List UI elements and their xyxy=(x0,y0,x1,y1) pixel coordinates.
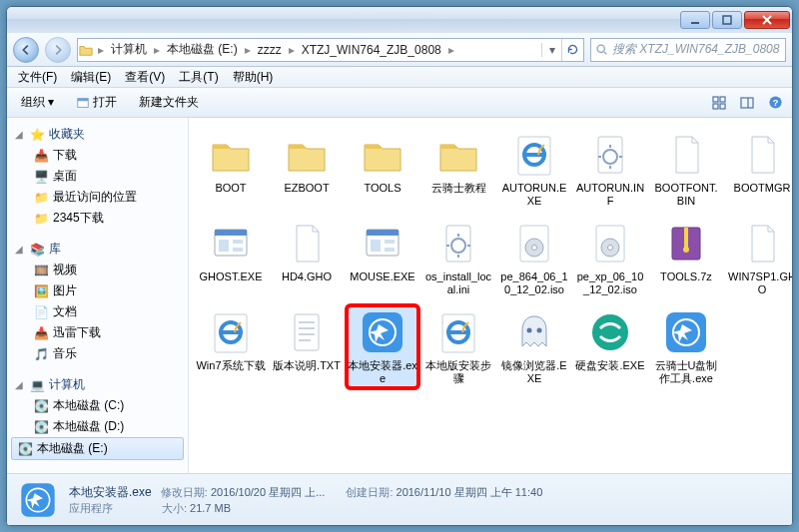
file-item[interactable]: 本地安装器.exe xyxy=(347,305,418,388)
sidebar-item-pictures[interactable]: 🖼️图片 xyxy=(11,280,184,301)
file-item[interactable]: AUTORUN.INF xyxy=(574,128,646,211)
exe-app-icon xyxy=(207,220,255,267)
minimize-button[interactable] xyxy=(680,11,710,29)
file-label: WIN7SP1.GHO xyxy=(727,270,792,296)
file-item[interactable]: BOOTMGR xyxy=(726,128,792,211)
sidebar-drive-e[interactable]: 💽本地磁盘 (E:) xyxy=(11,437,184,460)
breadcrumb[interactable]: ▸ 计算机▸ 本地磁盘 (E:)▸ zzzz▸ XTZJ_WIN764_ZJB_… xyxy=(77,38,584,62)
file-label: 硬盘安装.EXE xyxy=(575,359,644,372)
preview-pane-button[interactable] xyxy=(736,92,758,114)
file-icon xyxy=(662,131,710,179)
refresh-button[interactable] xyxy=(561,39,583,61)
file-item[interactable]: EZBOOT xyxy=(271,128,343,211)
file-item[interactable]: 云骑士教程 xyxy=(422,128,494,211)
file-label: BOOTMGR xyxy=(734,182,791,195)
crumb-folder1[interactable]: zzzz xyxy=(255,43,285,57)
txt-icon xyxy=(283,308,331,356)
sidebar[interactable]: ◢⭐收藏夹 📥下载 🖥️桌面 📁最近访问的位置 📁2345下载 ◢📚库 🎞️视频… xyxy=(7,118,189,473)
svg-rect-28 xyxy=(385,240,395,244)
star-icon: ⭐ xyxy=(29,127,45,143)
crumb-drive[interactable]: 本地磁盘 (E:) xyxy=(164,41,241,58)
svg-point-52 xyxy=(527,328,532,333)
file-label: os_install_local.ini xyxy=(423,270,493,296)
sidebar-drive-c[interactable]: 💽本地磁盘 (C:) xyxy=(11,395,184,416)
file-item[interactable]: TOOLS.7z xyxy=(650,217,722,299)
ini-icon xyxy=(586,131,634,179)
file-item[interactable]: Win7系统下载 xyxy=(195,305,267,388)
open-button[interactable]: 打开 xyxy=(68,91,125,114)
file-item[interactable]: MOUSE.EXE xyxy=(347,217,418,299)
view-mode-button[interactable] xyxy=(708,92,730,114)
file-label: 云骑士教程 xyxy=(431,182,486,195)
file-item[interactable]: 硬盘安装.EXE xyxy=(574,305,646,388)
file-item[interactable]: 版本说明.TXT xyxy=(271,305,343,388)
file-label: 本地安装器.exe xyxy=(348,359,417,385)
organize-button[interactable]: 组织 ▾ xyxy=(13,91,62,114)
close-button[interactable] xyxy=(744,11,790,29)
menu-edit[interactable]: 编辑(E) xyxy=(64,67,118,88)
breadcrumb-dropdown[interactable]: ▾ xyxy=(541,43,561,57)
nav-forward-button[interactable] xyxy=(45,37,71,63)
sidebar-drive-d[interactable]: 💽本地磁盘 (D:) xyxy=(11,416,184,437)
menu-view[interactable]: 查看(V) xyxy=(118,67,172,88)
computer-icon: 💻 xyxy=(29,377,45,393)
exe-knight-icon xyxy=(662,308,710,356)
body: ◢⭐收藏夹 📥下载 🖥️桌面 📁最近访问的位置 📁2345下载 ◢📚库 🎞️视频… xyxy=(7,118,792,473)
svg-rect-7 xyxy=(78,98,89,101)
sidebar-item-thunder[interactable]: 📥迅雷下载 xyxy=(11,322,184,343)
help-button[interactable]: ? xyxy=(764,92,786,114)
file-item[interactable]: pe_xp_06_10_12_02.iso xyxy=(574,217,646,299)
file-item[interactable]: os_install_local.ini xyxy=(422,217,494,299)
crumb-computer[interactable]: 计算机 xyxy=(108,41,150,58)
file-list[interactable]: BOOTEZBOOTTOOLS云骑士教程AUTORUN.EXEAUTORUN.I… xyxy=(189,118,792,473)
file-item[interactable]: GHOST.EXE xyxy=(195,217,267,299)
svg-rect-39 xyxy=(684,228,688,248)
svg-rect-1 xyxy=(723,16,731,24)
folder-icon xyxy=(283,131,331,179)
sidebar-libraries[interactable]: ◢📚库 xyxy=(11,239,184,260)
sidebar-item-downloads[interactable]: 📥下载 xyxy=(11,145,184,166)
menu-help[interactable]: 帮助(H) xyxy=(226,67,281,88)
detail-created: 2016/11/10 星期四 上午 11:40 xyxy=(397,486,543,498)
file-item[interactable]: BOOTFONT.BIN xyxy=(650,128,722,211)
drive-icon: 💽 xyxy=(33,419,49,435)
file-item[interactable]: BOOT xyxy=(195,128,267,211)
menu-file[interactable]: 文件(F) xyxy=(11,67,64,88)
file-item[interactable]: HD4.GHO xyxy=(271,217,343,299)
file-item[interactable]: 云骑士U盘制作工具.exe xyxy=(650,305,722,388)
maximize-button[interactable] xyxy=(712,11,742,29)
file-item[interactable]: 本地版安装步骤 xyxy=(422,305,494,388)
file-label: BOOTFONT.BIN xyxy=(651,182,721,208)
sidebar-computer[interactable]: ◢💻计算机 xyxy=(11,374,184,395)
file-label: TOOLS xyxy=(364,182,400,195)
sidebar-item-2345[interactable]: 📁2345下载 xyxy=(11,208,184,229)
new-folder-button[interactable]: 新建文件夹 xyxy=(131,91,207,114)
svg-point-37 xyxy=(608,246,613,251)
file-icon xyxy=(738,220,786,267)
sidebar-item-music[interactable]: 🎵音乐 xyxy=(11,343,184,364)
search-placeholder: 搜索 XTZJ_WIN764_ZJB_0808 xyxy=(612,41,779,58)
sidebar-item-videos[interactable]: 🎞️视频 xyxy=(11,260,184,280)
sidebar-item-recent[interactable]: 📁最近访问的位置 xyxy=(11,187,184,208)
file-label: BOOT xyxy=(215,182,246,195)
sidebar-item-documents[interactable]: 📄文档 xyxy=(11,301,184,322)
toolbar: 组织 ▾ 打开 新建文件夹 ? xyxy=(7,88,792,118)
search-input[interactable]: 搜索 XTZJ_WIN764_ZJB_0808 xyxy=(590,38,786,62)
file-item[interactable]: pe_864_06_10_12_02.iso xyxy=(498,217,570,299)
file-label: AUTORUN.EXE xyxy=(499,182,569,208)
sidebar-item-desktop[interactable]: 🖥️桌面 xyxy=(11,166,184,187)
crumb-folder2[interactable]: XTZJ_WIN764_ZJB_0808 xyxy=(299,43,444,57)
archive-icon xyxy=(662,220,710,267)
file-item[interactable]: WIN7SP1.GHO xyxy=(726,217,792,299)
detail-filetype: 应用程序 xyxy=(69,502,113,514)
nav-back-button[interactable] xyxy=(13,37,39,63)
svg-point-4 xyxy=(597,45,604,52)
file-label: 镜像浏览器.EXE xyxy=(499,359,569,385)
exe-ie-icon xyxy=(510,131,558,179)
file-item[interactable]: AUTORUN.EXE xyxy=(498,128,570,211)
sidebar-favorites[interactable]: ◢⭐收藏夹 xyxy=(11,124,184,145)
folder-icon xyxy=(434,131,482,179)
file-item[interactable]: TOOLS xyxy=(347,128,418,211)
menu-tools[interactable]: 工具(T) xyxy=(172,67,225,88)
file-item[interactable]: 镜像浏览器.EXE xyxy=(498,305,570,388)
